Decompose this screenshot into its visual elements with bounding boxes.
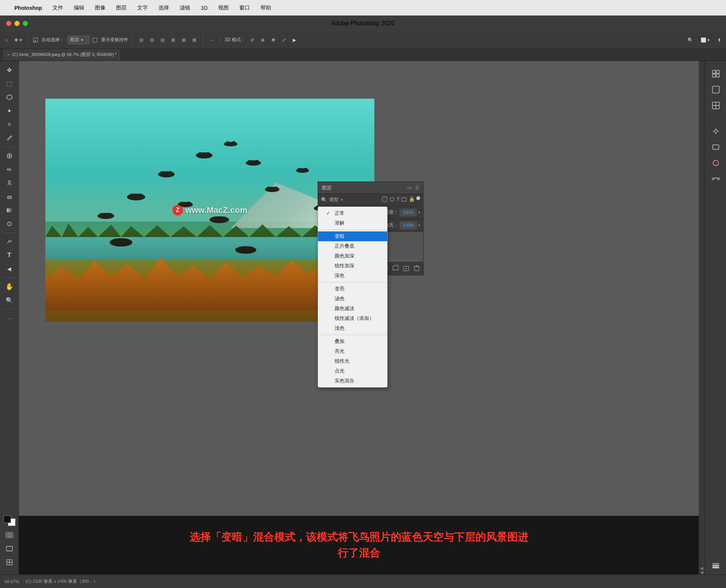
maximize-button[interactable] (23, 21, 28, 26)
3d-orbit-btn[interactable]: ⊕ (259, 37, 267, 43)
menu-photoshop[interactable]: Photoshop (12, 4, 44, 12)
blend-item-vivid-light[interactable]: 亮光 (318, 346, 387, 356)
menu-layer[interactable]: 图层 (114, 4, 129, 12)
filter-lock-icon[interactable]: 🔒 (409, 196, 415, 203)
menu-image[interactable]: 图像 (93, 4, 108, 12)
eraser-tool[interactable] (3, 191, 16, 203)
opacity-dropdown-arrow[interactable]: ▾ (418, 210, 420, 214)
gradient-tool[interactable] (3, 204, 16, 216)
blend-item-linear-light[interactable]: 线性光 (318, 356, 387, 366)
type-tool[interactable]: T (3, 249, 16, 261)
zoom-tool[interactable]: 🔍 (3, 294, 16, 306)
path-select-tool[interactable]: ◀ (3, 263, 16, 275)
search-btn[interactable]: 🔍 (686, 37, 695, 43)
hand-tool[interactable]: ✋ (3, 281, 16, 293)
dodge-tool[interactable] (3, 218, 16, 230)
tab-close-btn[interactable]: ✕ (7, 53, 10, 57)
blend-item-multiply[interactable]: 正片叠底 (318, 241, 387, 251)
fill-dropdown-arrow[interactable]: ▾ (418, 223, 420, 227)
blend-item-lighten[interactable]: 变亮 (318, 284, 387, 294)
menu-filter[interactable]: 滤镜 (177, 4, 192, 12)
blend-item-normal[interactable]: ✓ 正常 (318, 208, 387, 218)
filter-dropdown-arrow[interactable]: ▾ (341, 197, 343, 202)
document-tab[interactable]: ✕ (C) birds_38396608.jpeg @ 66.7% (图层 0,… (3, 49, 121, 61)
menu-help[interactable]: 帮助 (258, 4, 273, 12)
align-right-btn[interactable]: ⊟ (159, 37, 166, 43)
opacity-value[interactable]: 100% (400, 209, 417, 216)
clone-tool[interactable] (3, 177, 16, 189)
grid-view-btn[interactable] (3, 556, 16, 568)
more-btn[interactable]: ··· (208, 37, 215, 43)
blend-item-hard-mix[interactable]: 实色混合 (318, 376, 387, 386)
foreground-color[interactable] (3, 515, 11, 523)
filter-select-icon[interactable] (401, 196, 407, 203)
blend-item-overlay[interactable]: 叠加 (318, 337, 387, 346)
light-panel-btn[interactable] (709, 124, 723, 138)
filter-fx-icon[interactable] (382, 196, 388, 203)
blend-item-linear-burn[interactable]: 线性加深 (318, 261, 387, 271)
transform-controls-checkbox[interactable] (93, 38, 97, 42)
color-swatches[interactable] (3, 515, 16, 526)
path-panel-btn[interactable] (709, 172, 723, 186)
filter-text-icon[interactable]: T (397, 196, 400, 203)
color-panel-btn[interactable] (709, 156, 723, 170)
healing-tool[interactable] (3, 150, 16, 162)
filter-adjust-icon[interactable] (389, 196, 395, 203)
new-layer-btn[interactable] (403, 265, 410, 273)
adjustments-panel-btn[interactable] (709, 83, 723, 96)
preview-panel-btn[interactable] (709, 140, 723, 154)
blend-item-pin-light[interactable]: 点光 (318, 366, 387, 376)
workspaces-btn[interactable]: ⬜ ▾ (699, 37, 712, 43)
share-btn[interactable]: ⬆ (715, 37, 723, 43)
align-center-v-btn[interactable]: ⊞ (180, 37, 188, 43)
auto-select-checkbox[interactable] (33, 38, 38, 42)
menu-select[interactable]: 选择 (156, 4, 171, 12)
3d-rotate-btn[interactable]: ↺ (248, 37, 256, 43)
blend-item-screen[interactable]: 滤色 (318, 294, 387, 304)
blend-item-color-dodge[interactable]: 颜色减淡 (318, 304, 387, 313)
home-button[interactable]: ⌂ (3, 37, 9, 43)
blend-item-linear-dodge[interactable]: 线性减淡（添加） (318, 313, 387, 323)
blend-item-color-burn[interactable]: 颜色加深 (318, 251, 387, 261)
grid-panel-btn[interactable] (709, 99, 723, 112)
layer-dropdown[interactable]: 图层 (67, 36, 90, 44)
new-group-btn[interactable] (392, 265, 399, 273)
menu-window[interactable]: 窗口 (237, 4, 252, 12)
menu-view[interactable]: 视图 (216, 4, 231, 12)
align-center-h-btn[interactable]: ⊟ (148, 37, 156, 43)
quick-mask-btn[interactable] (3, 529, 16, 541)
move-tool[interactable]: ✥ (3, 64, 16, 76)
blend-item-lighter-color[interactable]: 浅色 (318, 323, 387, 333)
layers-collapse-icon[interactable]: >> (407, 185, 412, 191)
delete-layer-btn[interactable] (413, 265, 420, 273)
blend-item-dissolve[interactable]: 溶解 (318, 218, 387, 228)
stack-layers-btn[interactable] (709, 559, 723, 572)
channels-panel-btn[interactable] (709, 67, 723, 81)
extra-tools-btn[interactable]: ··· (3, 312, 16, 324)
menu-edit[interactable]: 编辑 (71, 4, 87, 12)
crop-tool[interactable]: ⌗ (3, 118, 16, 130)
eyedropper-tool[interactable] (3, 132, 16, 144)
filter-toggle-circle[interactable] (416, 196, 420, 200)
align-bottom-btn[interactable]: ⊞ (191, 37, 198, 43)
brush-tool[interactable]: ✏ (3, 163, 16, 175)
menu-file[interactable]: 文件 (50, 4, 65, 12)
pen-tool[interactable] (3, 236, 16, 248)
3d-scale-btn[interactable]: ▶ (291, 37, 298, 43)
align-top-btn[interactable]: ⊞ (169, 37, 177, 43)
3d-slide-btn[interactable]: ⤢ (280, 37, 288, 43)
lasso-tool[interactable] (3, 91, 16, 103)
fill-value[interactable]: 100% (400, 222, 417, 229)
screen-mode-btn[interactable] (3, 543, 16, 555)
blend-item-darker-color[interactable]: 深色 (318, 271, 387, 281)
3d-pan-btn[interactable]: ✥ (270, 37, 277, 43)
magic-wand-tool[interactable]: ✦ (3, 105, 16, 117)
move-tool-btn[interactable]: ✥ ▾ (12, 37, 23, 43)
menu-text[interactable]: 文字 (135, 4, 150, 12)
layers-menu-icon[interactable]: ☰ (415, 185, 419, 191)
align-left-btn[interactable]: ⊟ (138, 37, 145, 43)
menu-3d[interactable]: 3D (199, 4, 210, 12)
minimize-button[interactable] (14, 21, 20, 26)
close-button[interactable] (6, 21, 11, 26)
blend-item-darken[interactable]: 变暗 (318, 231, 387, 241)
